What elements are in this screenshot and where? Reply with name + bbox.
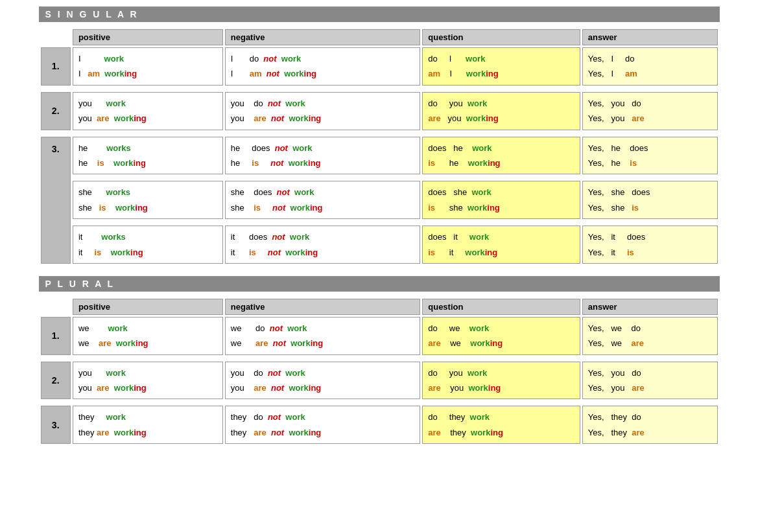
singular-row1-num: 1. xyxy=(41,47,71,86)
plural-row3-positive: they work they are working xyxy=(73,406,223,444)
plural-row2-answer: Yes, you do Yes, you are xyxy=(582,362,718,400)
singular-row3-it-positive: it works it is working xyxy=(73,226,223,264)
plural-header-negative: negative xyxy=(225,299,420,315)
plural-row3-negative: they do not work they are not working xyxy=(225,406,420,444)
singular-row2-positive: you work you are working xyxy=(73,92,223,130)
singular-row1-answer: Yes, I do Yes, I am xyxy=(582,47,718,86)
plural-header-positive: positive xyxy=(73,299,223,315)
singular-row2-question: do you work are you working xyxy=(422,92,580,130)
singular-row2-negative: you do not work you are not working xyxy=(225,92,420,130)
singular-row3-he-question: does he work is he working xyxy=(422,137,580,175)
singular-header-negative: negative xyxy=(225,29,420,45)
singular-row3-he-positive: he works he is working xyxy=(73,137,223,175)
singular-header-answer: answer xyxy=(582,29,718,45)
singular-row1-positive: I work I am working xyxy=(73,47,223,86)
plural-header-question: question xyxy=(422,299,580,315)
singular-row2-answer: Yes, you do Yes, you are xyxy=(582,92,718,130)
singular-row3-it-negative: it does not work it is not working xyxy=(225,226,420,264)
singular-row3-she-answer: Yes, she does Yes, she is xyxy=(582,181,718,219)
plural-row1-positive: we work we are working xyxy=(73,317,223,355)
singular-title: S I N G U L A R xyxy=(39,6,720,22)
plural-row1-answer: Yes, we do Yes, we are xyxy=(582,317,718,355)
plural-row1-question: do we work are we working xyxy=(422,317,580,355)
singular-row3-she-positive: she works she is working xyxy=(73,181,223,219)
singular-row1-question: do I work am I working xyxy=(422,47,580,86)
plural-row1-num: 1. xyxy=(41,317,71,355)
singular-row3-it-question: does it work is it working xyxy=(422,226,580,264)
plural-header-answer: answer xyxy=(582,299,718,315)
plural-row3-num: 3. xyxy=(41,406,71,444)
plural-row2-question: do you work are you working xyxy=(422,362,580,400)
singular-row3-she-question: does she work is she working xyxy=(422,181,580,219)
singular-header-positive: positive xyxy=(73,29,223,45)
singular-row3-he-answer: Yes, he does Yes, he is xyxy=(582,137,718,175)
singular-row2-num: 2. xyxy=(41,92,71,130)
singular-row3-it-answer: Yes, it does Yes, it is xyxy=(582,226,718,264)
plural-title: P L U R A L xyxy=(39,276,720,292)
plural-row3-answer: Yes, they do Yes, they are xyxy=(582,406,718,444)
plural-row3-question: do they work are they working xyxy=(422,406,580,444)
singular-header-question: question xyxy=(422,29,580,45)
plural-row1-negative: we do not work we are not working xyxy=(225,317,420,355)
plural-row2-negative: you do not work you are not working xyxy=(225,362,420,400)
singular-row3-he-negative: he does not work he is not working xyxy=(225,137,420,175)
singular-row1-negative: I do not work I am not working xyxy=(225,47,420,86)
plural-row2-num: 2. xyxy=(41,362,71,400)
singular-row3-num: 3. xyxy=(41,137,71,264)
plural-row2-positive: you work you are working xyxy=(73,362,223,400)
singular-row3-she-negative: she does not work she is not working xyxy=(225,181,420,219)
